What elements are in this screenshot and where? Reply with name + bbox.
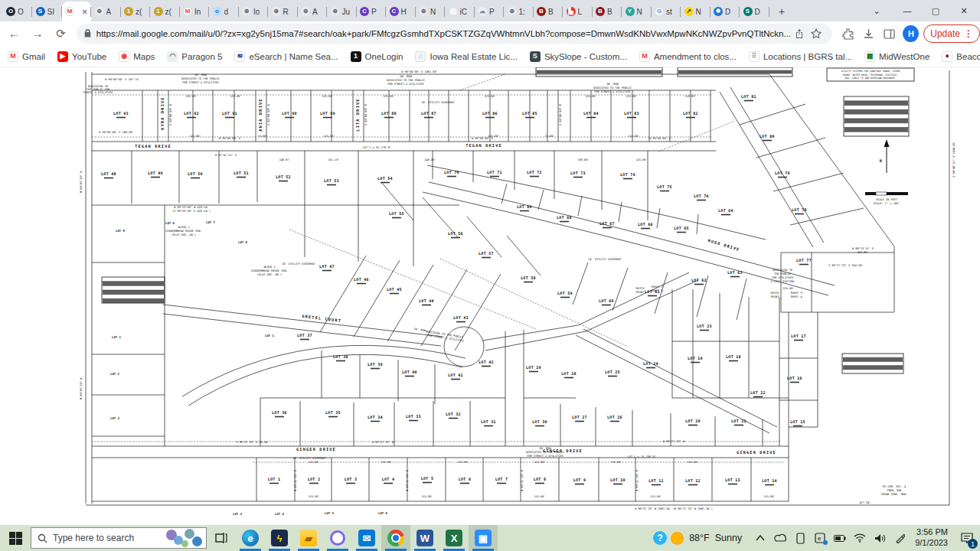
bookmark-label: SkySlope - Custom... xyxy=(544,52,627,61)
browser-tab[interactable]: ↗N xyxy=(681,2,710,21)
browser-tab[interactable]: SSI xyxy=(33,2,62,21)
map-text: 125.00' xyxy=(484,95,495,98)
bookmark-item[interactable]: ◉Maps xyxy=(119,51,155,62)
pen-icon[interactable] xyxy=(890,525,909,551)
browser-tab[interactable]: MIn xyxy=(180,2,209,21)
new-tab-button[interactable]: + xyxy=(774,4,789,19)
back-button[interactable]: ← xyxy=(5,24,24,44)
bookmark-star-icon[interactable] xyxy=(808,25,825,42)
side-panel-icon[interactable] xyxy=(881,25,897,42)
browser-tab[interactable]: BB xyxy=(534,2,563,21)
map-text: SHEET 3 xyxy=(790,292,802,295)
lot-label: LOT 65 xyxy=(674,226,689,230)
lot-label: LOT 29 xyxy=(526,365,541,370)
wifi-icon[interactable] xyxy=(851,525,869,551)
plat-map-document[interactable]: N UTILITY SYSTEMS FOR SANITARY SEWER, ST… xyxy=(0,67,980,525)
search-box-flower-image[interactable] xyxy=(163,528,206,548)
your-phone-icon[interactable] xyxy=(791,525,809,551)
tab-favicon-icon: ↗ xyxy=(684,7,694,16)
bookmark-item[interactable]: ≋eSearch | Name Sea... xyxy=(234,51,338,62)
map-text: BLOCK 1 xyxy=(263,266,275,269)
browser-tab[interactable]: ⊕Io xyxy=(239,2,268,21)
browser-tab[interactable]: ⊕1: xyxy=(505,2,534,21)
battery-icon[interactable] xyxy=(831,525,849,551)
browser-tab[interactable]: iC xyxy=(446,2,475,21)
chrome-taskbar-icon[interactable] xyxy=(381,525,410,551)
desktop: OOSSIM✕⊕A1z(1z(MInod⊕Io⊕R⊕A⊕JuCPCH⊕NiC☁P… xyxy=(0,0,980,551)
browser-tab[interactable]: ⊕N xyxy=(416,2,445,21)
browser-tab[interactable]: od xyxy=(210,2,239,21)
map-text: 115.00' xyxy=(610,461,622,464)
forward-button[interactable]: → xyxy=(28,24,47,44)
bookmark-item[interactable]: 1OneLogin xyxy=(351,51,403,62)
bookmark-item[interactable]: SSkySlope - Custom... xyxy=(530,51,627,62)
bookmark-item[interactable]: ⌂Iowa Real Estate Lic... xyxy=(415,51,517,62)
tab-title: H xyxy=(401,8,407,16)
reload-button[interactable]: ⟳ xyxy=(51,24,70,44)
browser-tab[interactable]: ⊕A xyxy=(298,2,327,21)
browser-tab[interactable]: CH xyxy=(387,2,416,21)
browser-tab[interactable]: ⊕R xyxy=(269,2,298,21)
cortana-taskbar-icon[interactable] xyxy=(323,525,352,551)
onedrive-icon[interactable] xyxy=(771,525,789,551)
browser-tab[interactable]: 1z( xyxy=(151,2,180,21)
start-button[interactable] xyxy=(0,525,31,551)
bookmark-item[interactable]: MGmail xyxy=(8,51,45,62)
lot-label: LOT 87 xyxy=(421,111,436,116)
minimize-button[interactable]: — xyxy=(894,0,920,21)
excel-taskbar-icon[interactable]: X xyxy=(439,525,469,551)
mail-taskbar-icon[interactable]: ✉ xyxy=(352,525,381,551)
taskbar-clock[interactable]: 3:56 PM 9/1/2023 xyxy=(915,527,948,549)
browser-tab[interactable]: YN xyxy=(622,2,652,21)
extensions-puzzle-icon[interactable] xyxy=(840,25,856,42)
profile-avatar[interactable]: H xyxy=(903,25,919,42)
map-text: BLOCK 1 xyxy=(178,226,189,229)
bookmark-item[interactable]: MAmendment to clos... xyxy=(639,51,737,62)
share-icon[interactable] xyxy=(791,25,808,42)
lot-label: LOT 57 xyxy=(479,251,494,256)
volume-icon[interactable] xyxy=(871,525,889,551)
file-explorer-taskbar-icon[interactable]: ▰ xyxy=(294,525,323,551)
bookmark-item[interactable]: ●Beacon xyxy=(942,51,980,62)
browser-tab[interactable]: Gst xyxy=(652,2,681,21)
browser-tab[interactable]: 1z( xyxy=(121,2,150,21)
menu-dots-icon[interactable]: ⋮ xyxy=(964,28,973,39)
update-button[interactable]: Update ⋮ xyxy=(923,24,980,43)
maximize-button[interactable]: ▢ xyxy=(923,0,949,21)
browser-tab[interactable]: ▙L xyxy=(564,2,593,21)
teams-taskbar-icon[interactable]: ▣ xyxy=(469,525,498,551)
browser-tab[interactable]: CP xyxy=(357,2,386,21)
taskbar-search-input[interactable]: Type here to search xyxy=(31,527,207,549)
browser-tab[interactable]: ⊕A xyxy=(92,2,121,21)
url-text[interactable]: https://mail.google.com/mail/u/0/?zx=xg2… xyxy=(96,29,791,38)
word-taskbar-icon[interactable]: W xyxy=(410,525,439,551)
map-text: 125.00' xyxy=(626,95,637,98)
sharefile-taskbar-icon[interactable]: ϟ xyxy=(265,525,294,551)
browser-tab[interactable]: ⊕Ju xyxy=(328,2,357,21)
tray-chevron-icon[interactable] xyxy=(751,525,769,551)
browser-tab[interactable]: BB xyxy=(593,2,622,21)
edge-taskbar-icon[interactable]: e xyxy=(236,525,265,551)
tab-title: In xyxy=(194,8,201,16)
tab-close-icon[interactable]: ✕ xyxy=(82,8,88,16)
tab-search-icon[interactable]: ⌄ xyxy=(864,0,890,21)
browser-tab-active[interactable]: M✕ xyxy=(62,2,91,21)
bookmark-item[interactable]: ▦MidWestOne xyxy=(864,51,929,62)
weather-widget[interactable]: 88°F Sunny xyxy=(671,532,742,545)
action-center-icon[interactable]: 1 xyxy=(954,525,980,551)
bookmark-item[interactable]: ▶YouTube xyxy=(57,51,106,62)
browser-tab[interactable]: SD xyxy=(740,2,769,21)
address-bar[interactable]: https://mail.google.com/mail/u/0/?zx=xg2… xyxy=(77,24,832,44)
map-text: 125.00' xyxy=(322,95,333,98)
browser-tab[interactable]: OO xyxy=(3,2,32,21)
browser-tab[interactable]: ❉D xyxy=(710,2,740,21)
task-view-taskbar-icon[interactable] xyxy=(207,525,236,551)
download-icon[interactable] xyxy=(861,25,877,42)
close-button[interactable]: ✕ xyxy=(951,0,977,21)
bookmark-item[interactable]: ⠿Locations | BGRS tal... xyxy=(749,51,852,62)
browser-tab[interactable]: ☁P xyxy=(475,2,504,21)
bookmark-item[interactable]: ◠Paragon 5 xyxy=(167,51,222,62)
teams-tray-icon[interactable]: e xyxy=(811,525,829,551)
svg-text:N: N xyxy=(880,158,882,163)
help-app-icon[interactable]: ? xyxy=(651,525,669,551)
